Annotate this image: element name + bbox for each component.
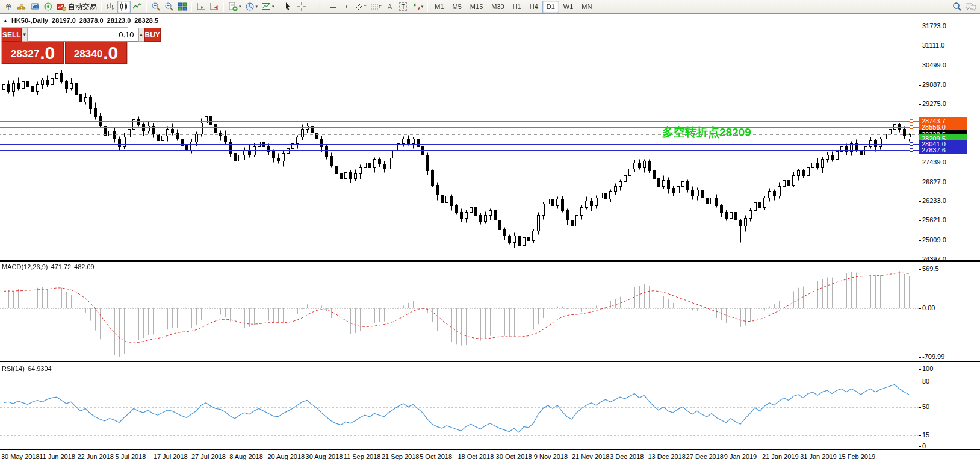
price-tick-mark [919,85,921,86]
toolbar-separator [101,2,102,12]
arrows-tool[interactable]: ▾ [410,1,426,13]
price-tick-label: 27439.0 [922,158,946,166]
x-axis-label: 21 Jan 2019 [762,453,799,460]
volume-input[interactable] [28,28,138,42]
periods-button[interactable]: ▾ [243,1,260,13]
price-tick-mark [919,46,921,46]
price-tick-mark [919,260,921,260]
timeframe-mn[interactable]: MN [577,1,596,13]
macd-pane-canvas[interactable] [0,263,919,361]
buy-button[interactable]: BUY [144,28,161,42]
price-chart-canvas[interactable] [0,14,919,260]
chat-icon[interactable] [964,1,978,13]
search-icon[interactable] [951,1,964,13]
mt4-window: 单 自动交易 [0,0,980,465]
auto-scroll-button[interactable] [208,1,221,13]
rsi-pane-canvas[interactable] [0,364,919,449]
timeframe-w1[interactable]: W1 [559,1,578,13]
macd-tick-mark [919,357,921,358]
toolbar-separator [191,2,192,12]
horizontal-line-object[interactable] [0,127,919,128]
line-selection-handle[interactable] [910,137,913,140]
timeframe-m1[interactable]: M1 [430,1,448,13]
chart-window: ▲ HK50-,Daily 28197.0 28378.0 28123.0 28… [0,14,980,465]
price-tick-label: 29887.0 [922,81,946,88]
horizontal-line-object[interactable] [0,121,919,122]
periods-dropdown-caret[interactable]: ▾ [256,4,258,9]
arrows-dropdown-caret[interactable]: ▾ [421,4,424,9]
equidistant-channel-tool[interactable]: E [353,1,368,13]
gold-bars-icon[interactable] [15,1,28,13]
x-axis-label: 18 Oct 2018 [457,453,494,460]
collapse-marker-icon[interactable]: ▲ [3,18,8,23]
sell-button[interactable]: SELL [2,28,22,42]
zoom-in-button[interactable] [149,1,163,13]
rsi-tick-mark [919,446,921,447]
volume-decrease-button[interactable]: ▼ [22,28,28,42]
timeframe-d1[interactable]: D1 [542,1,559,13]
auto-trading-label: 自动交易 [68,2,97,12]
horizontal-line-object[interactable] [0,150,919,151]
price-tick-label: 26233.0 [922,197,946,204]
pane-separator[interactable] [0,361,980,362]
new-order-button[interactable]: 单 [2,1,15,13]
x-axis-label: 17 Jul 2018 [154,453,188,460]
auto-trading-button[interactable]: 自动交易 [55,1,99,13]
fibonacci-tool[interactable]: F [368,1,383,13]
high-value: 28378.0 [79,17,104,24]
macd-tick-mark [919,308,921,309]
trendline-tool[interactable]: / [340,1,353,13]
vertical-line-tool[interactable]: | [314,1,327,13]
timeframe-m30[interactable]: M30 [487,1,508,13]
x-axis-label: 22 Jun 2018 [77,453,114,460]
bar-chart-button[interactable] [104,1,117,13]
candlestick-chart-button[interactable] [117,1,131,13]
tile-windows-button[interactable] [176,1,189,13]
line-chart-button[interactable] [131,1,144,13]
cursor-button[interactable] [282,1,295,13]
sell-price-button[interactable]: 28327 .0 [2,42,64,64]
price-tick-mark [919,104,921,105]
timeframe-m15[interactable]: M15 [466,1,487,13]
timeframe-h4[interactable]: H4 [526,1,542,13]
line-selection-handle[interactable] [910,119,913,123]
crosshair-button[interactable] [295,1,308,13]
indicators-button[interactable]: ▾ [226,1,243,13]
horizontal-line-object[interactable] [0,144,919,145]
sell-price-frac: .0 [40,44,55,62]
timeframe-h1[interactable]: H1 [509,1,526,13]
line-selection-handle[interactable] [910,125,913,129]
horizontal-line-object[interactable] [0,139,919,139]
pane-separator[interactable] [0,260,980,261]
chart-title: ▲ HK50-,Daily 28197.0 28378.0 28123.0 28… [3,17,158,24]
chart-annotation-text[interactable]: 多空转折点28209 [662,125,751,140]
macd-tick-label: 0.00 [922,304,935,311]
line-selection-handle[interactable] [910,148,913,152]
text-label-tool[interactable]: T [397,1,410,13]
indicators-dropdown-caret[interactable]: ▾ [239,4,241,9]
horizontal-line-tool[interactable]: — [327,1,340,13]
toolbar-separator [427,2,428,12]
buy-price-button[interactable]: 28340 .0 [65,42,127,64]
timeframe-m5[interactable]: M5 [448,1,466,13]
scroll-to-end-button[interactable] [194,1,208,13]
x-axis-label: 9 Jan 2019 [724,453,757,460]
templates-dropdown-caret[interactable]: ▾ [272,4,274,9]
rsi-tick-mark [919,435,921,436]
macd-tick-label: -709.99 [922,353,944,360]
line-selection-handle[interactable] [910,142,913,146]
text-tool[interactable]: A [383,1,397,13]
price-level-badge: 27837.6 [919,146,967,154]
publish-chart-icon[interactable] [28,1,42,13]
zoom-out-button[interactable] [163,1,176,13]
pane-separator[interactable] [0,363,980,363]
symbol-period-label: HK50-,Daily [11,17,48,24]
signal-icon[interactable] [42,1,55,13]
pane-separator[interactable] [0,261,980,262]
toolbar: 单 自动交易 [0,0,980,14]
caret-down-icon: ▼ [22,32,27,37]
volume-increase-button[interactable]: ▲ [138,28,144,42]
price-tick-mark [919,183,921,183]
templates-button[interactable]: ▾ [259,1,276,13]
close-value: 28328.5 [134,17,158,24]
